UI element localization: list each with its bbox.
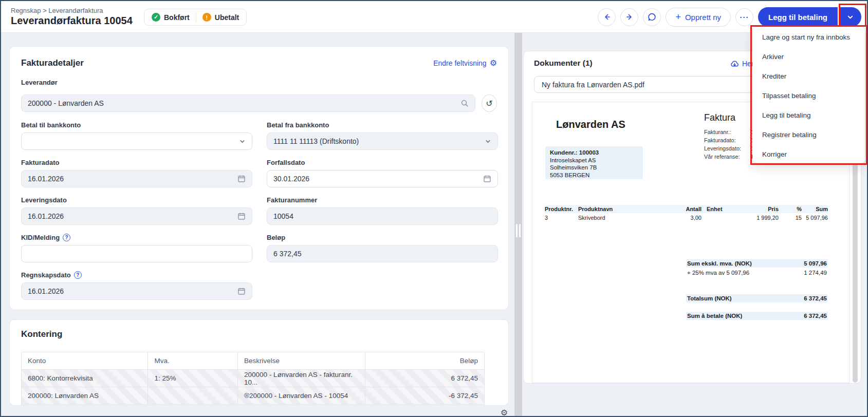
topbar: Regnskap > Leverandørfaktura Leverandørf…: [1, 1, 867, 33]
topbar-actions: + Opprett ny ··· Legg til betaling: [598, 7, 861, 27]
cell: 1 999,20: [732, 215, 779, 221]
invoice-number-input[interactable]: 10054: [267, 207, 498, 225]
total-label: + 25% mva av 5 097,96: [687, 270, 749, 276]
menu-item-legg-til-betaling[interactable]: Legg til betaling: [753, 105, 865, 125]
total-value: 6 372,45: [804, 295, 827, 301]
field-label-text: Regnskapsdato: [21, 271, 71, 279]
add-payment-dropdown-toggle[interactable]: [839, 7, 861, 27]
page-title: Leverandørfaktura 10054: [11, 15, 133, 27]
breadcrumb[interactable]: Regnskap > Leverandørfaktura: [11, 7, 103, 14]
chevron-down-icon: [485, 138, 491, 145]
table-settings-button[interactable]: ⚙: [496, 404, 512, 417]
chevron-down-icon: [846, 13, 854, 21]
customer-number: Kundenr.: 100003: [550, 149, 638, 157]
cell-beskrivelse: 200000 - Lønvarden AS - fakturanr. 10...: [238, 370, 365, 387]
posting-card: Kontering Konto Mva. Beskrivelse Beløp 6…: [9, 319, 509, 406]
meta-label: Vår referanse:: [704, 154, 751, 160]
kid-message-input[interactable]: [21, 245, 252, 262]
menu-item-registrer-betaling[interactable]: Registrer betaling: [753, 125, 865, 144]
field-forfallsdato: Forfallsdato 30.01.2026: [267, 159, 498, 187]
more-actions-button[interactable]: ···: [735, 8, 753, 26]
chat-icon: [648, 13, 656, 22]
history-icon: ↺: [486, 99, 492, 108]
document-file-name: Ny faktura fra Lønvarden AS.pdf: [542, 81, 644, 89]
change-field-view-label: Endre feltvisning: [433, 59, 487, 67]
change-field-view-link[interactable]: Endre feltvisning ⚙: [433, 59, 497, 67]
field-value: 16.01.2026: [28, 212, 64, 220]
calendar-icon: [483, 175, 491, 183]
field-betal-fra-bankkonto: Betal fra bankkonto 1111 11 11113 (Drift…: [267, 121, 498, 150]
invoice-table-row: 3 Skrivebord 3,00 1 999,20 15 5 097,96: [545, 213, 828, 222]
invoice-doc-title: Faktura: [704, 112, 735, 123]
create-new-button[interactable]: + Opprett ny: [666, 8, 731, 27]
help-icon[interactable]: ?: [63, 234, 70, 241]
field-label: Forfallsdato: [267, 159, 498, 166]
pay-from-account-select[interactable]: 1111 11 11113 (Driftskonto): [267, 132, 498, 150]
posting-title: Kontering: [21, 329, 497, 339]
field-regnskapsdato: Regnskapsdato ? 16.01.2026: [21, 271, 252, 300]
menu-item-lagre-og-start-ny[interactable]: Lagre og start ny fra innboks: [753, 27, 865, 47]
gear-icon: ⚙: [490, 59, 497, 67]
field-value: 10054: [273, 212, 293, 220]
table-row[interactable]: 200000: Lønvarden AS ®200000 - Lønvarden…: [22, 387, 484, 404]
col: Sum: [802, 206, 828, 212]
cell-belop: -6 372,45: [365, 387, 484, 404]
cell: 5 097,96: [802, 215, 828, 221]
help-icon[interactable]: ?: [74, 271, 82, 279]
panel-resize-divider[interactable]: [514, 33, 522, 417]
check-circle-icon: ✓: [152, 13, 160, 22]
posting-table-header: Konto Mva. Beskrivelse Beløp: [22, 352, 484, 370]
col-konto: Konto: [22, 352, 148, 370]
delivery-date-input[interactable]: 16.01.2026: [21, 207, 252, 225]
invoice-table-header: Produktnr. Produktnavn Antall Enhet Pris…: [545, 205, 828, 213]
invoice-details-card: Fakturadetaljer Endre feltvisning ⚙ Leve…: [9, 46, 509, 310]
col: %: [779, 206, 802, 212]
warning-circle-icon: !: [202, 13, 211, 22]
field-value: 1111 11 11113 (Driftskonto): [273, 137, 359, 145]
accounting-date-input[interactable]: 16.01.2026: [21, 282, 252, 300]
total-label: Totalsum (NOK): [687, 295, 732, 301]
field-label: Fakturanummer: [267, 196, 498, 204]
total-row: Sum ekskl. mva. (NOK) 5 097,96: [686, 259, 828, 268]
total-value: 5 097,96: [804, 260, 827, 267]
cell-belop: 6 372,45: [365, 370, 484, 387]
comments-button[interactable]: [643, 8, 661, 26]
cell: 15: [779, 215, 802, 221]
customer-street: Solheimsviken 7B: [550, 164, 638, 172]
supplier-field[interactable]: 200000 - Lønvarden AS: [21, 94, 475, 112]
status-badges: ✓ Bokført ! Ubetalt: [144, 9, 247, 26]
col: Antall: [663, 206, 701, 212]
field-label: KID/Melding ?: [21, 234, 252, 241]
invoice-date-input[interactable]: 16.01.2026: [21, 170, 252, 187]
table-row[interactable]: 6800: Kontorrekvisita 1: 25% 200000 - Lø…: [22, 370, 484, 387]
cell: 3,00: [663, 215, 701, 221]
total-row: + 25% mva av 5 097,96 1 274,49: [686, 269, 828, 277]
history-button[interactable]: ↺: [482, 94, 497, 112]
arrow-left-icon: [603, 13, 611, 21]
field-label: Leveringsdato: [21, 196, 252, 204]
forward-button[interactable]: [620, 8, 638, 26]
total-row: Sum å betale (NOK) 6 372,45: [686, 312, 828, 320]
col: Produktnr.: [545, 206, 578, 212]
meta-label: Leveringsdato:: [704, 145, 751, 151]
col-beskrivelse: Beskrivelse: [238, 352, 365, 370]
menu-item-korriger[interactable]: Korriger: [753, 144, 865, 164]
menu-item-krediter[interactable]: Krediter: [753, 66, 865, 86]
menu-item-arkiver[interactable]: Arkiver: [753, 47, 865, 66]
back-button[interactable]: [598, 8, 616, 26]
amount-input[interactable]: 6 372,45: [267, 245, 498, 262]
field-value: 30.01.2026: [273, 175, 309, 183]
invoice-product-table: Produktnr. Produktnavn Antall Enhet Pris…: [545, 205, 828, 222]
field-label-text: KID/Melding: [21, 234, 60, 241]
due-date-input[interactable]: 30.01.2026: [267, 170, 498, 187]
gear-icon: ⚙: [501, 409, 508, 417]
add-payment-button[interactable]: Legg til betaling: [758, 7, 838, 27]
menu-item-tilpasset-betaling[interactable]: Tilpasset betaling: [753, 86, 865, 105]
pay-to-account-select[interactable]: [21, 132, 252, 150]
cell-konto: 200000: Lønvarden AS: [22, 387, 148, 404]
cell-mva: [148, 387, 238, 404]
field-label: Betal til bankkonto: [21, 121, 252, 129]
posted-badge: ✓ Bokført: [152, 13, 190, 22]
total-row: Totalsum (NOK) 6 372,45: [686, 294, 828, 302]
invoice-details-title: Fakturadetaljer: [21, 58, 84, 68]
